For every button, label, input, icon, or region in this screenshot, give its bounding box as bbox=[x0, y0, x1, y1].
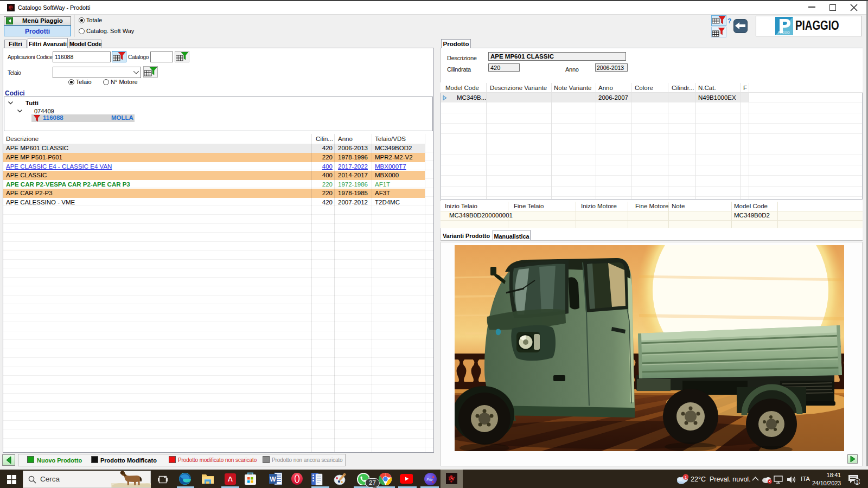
svg-text:1: 1 bbox=[685, 475, 687, 480]
svg-text:W: W bbox=[270, 476, 276, 483]
svg-text:PIAGGIO: PIAGGIO bbox=[778, 31, 789, 34]
svg-text:Friv: Friv bbox=[426, 478, 433, 481]
svg-text:3: 3 bbox=[856, 479, 858, 485]
